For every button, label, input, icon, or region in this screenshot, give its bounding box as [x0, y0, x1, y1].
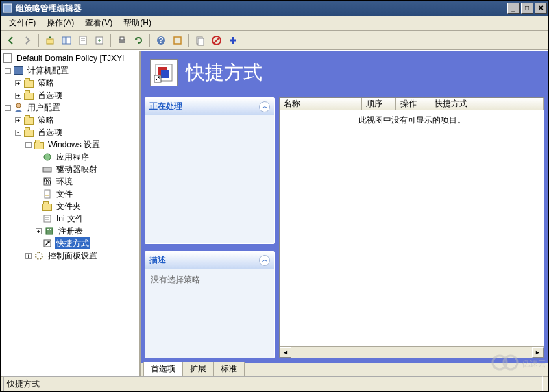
- minimize-button[interactable]: _: [507, 3, 520, 14]
- menu-action[interactable]: 操作(A): [41, 16, 80, 30]
- tree-registry[interactable]: + 注册表: [2, 225, 138, 237]
- expander-icon[interactable]: +: [25, 253, 32, 259]
- folder-icon: [42, 201, 53, 212]
- scroll-left-button[interactable]: ◄: [280, 347, 291, 358]
- tree-files[interactable]: 文件: [2, 188, 138, 200]
- tree-comp-policies[interactable]: + 策略: [2, 77, 138, 89]
- tree-shortcuts[interactable]: 快捷方式: [2, 237, 138, 249]
- col-name[interactable]: 名称: [280, 98, 362, 110]
- status-bar: 快捷方式: [1, 376, 548, 391]
- show-hide-button[interactable]: [59, 33, 74, 48]
- svg-point-18: [44, 154, 51, 160]
- expander-icon[interactable]: -: [5, 68, 11, 74]
- svg-rect-0: [3, 4, 12, 12]
- expander-icon[interactable]: +: [15, 80, 21, 86]
- description-header[interactable]: 描述 ︿: [145, 252, 274, 269]
- svg-point-17: [16, 103, 21, 108]
- tab-standard[interactable]: 标准: [213, 362, 245, 376]
- chevron-up-icon[interactable]: ︿: [259, 101, 270, 112]
- horizontal-scrollbar[interactable]: ◄ ►: [280, 346, 544, 358]
- empty-message: 此视图中没有可显示的项目。: [280, 110, 544, 126]
- toolbar-separator: [188, 34, 189, 47]
- stop-button[interactable]: [209, 33, 224, 48]
- col-action[interactable]: 操作: [396, 98, 430, 110]
- details-title: 快捷方式: [186, 60, 263, 86]
- svg-rect-32: [161, 70, 169, 78]
- svg-rect-27: [47, 229, 49, 230]
- print-button[interactable]: [114, 33, 130, 48]
- folder-icon: [23, 127, 34, 138]
- processing-title: 正在处理: [149, 101, 182, 112]
- filter-button[interactable]: [170, 33, 185, 48]
- toolbar-separator: [38, 34, 39, 47]
- list-view[interactable]: 名称 顺序 操作 快捷方式 此视图中没有可显示的项目。 ◄ ►: [279, 97, 544, 358]
- list-body: 此视图中没有可显示的项目。: [280, 110, 544, 346]
- expander-icon[interactable]: -: [5, 105, 11, 111]
- details-panel: 快捷方式 正在处理 ︿ 描述 ︿: [141, 51, 548, 376]
- expander-icon[interactable]: -: [25, 142, 32, 148]
- tree-control-panel[interactable]: + 控制面板设置: [2, 249, 138, 262]
- details-header: 快捷方式: [145, 55, 544, 93]
- folder-icon: [23, 90, 34, 101]
- tree-user-config[interactable]: - 用户配置: [2, 101, 138, 114]
- copy-button[interactable]: [193, 33, 208, 48]
- refresh-button[interactable]: [131, 33, 146, 48]
- expander-icon[interactable]: +: [36, 228, 42, 234]
- expander-icon[interactable]: -: [15, 130, 21, 136]
- tab-extended[interactable]: 扩展: [182, 362, 214, 376]
- tree-drive-maps[interactable]: 驱动器映射: [2, 163, 138, 175]
- processing-header[interactable]: 正在处理 ︿: [145, 98, 274, 115]
- policy-icon: [2, 53, 13, 64]
- export-button[interactable]: [92, 33, 107, 48]
- tree-computer-config[interactable]: - 计算机配置: [2, 64, 138, 77]
- menu-view[interactable]: 查看(V): [80, 16, 118, 30]
- menu-help[interactable]: 帮助(H): [118, 16, 157, 30]
- close-button[interactable]: ✕: [535, 3, 547, 14]
- menu-file[interactable]: 文件(F): [3, 16, 41, 30]
- scroll-right-button[interactable]: ►: [532, 347, 544, 358]
- col-order[interactable]: 顺序: [362, 98, 396, 110]
- add-button[interactable]: [225, 33, 241, 48]
- svg-rect-2: [62, 37, 66, 44]
- expander-icon[interactable]: +: [15, 93, 21, 99]
- app-icon: [2, 3, 13, 14]
- up-button[interactable]: [42, 33, 58, 48]
- tree-ini-files[interactable]: Ini 文件: [2, 212, 138, 225]
- col-target[interactable]: 快捷方式: [430, 98, 544, 110]
- forward-button[interactable]: [20, 33, 35, 48]
- tree-folders[interactable]: 文件夹: [2, 200, 138, 212]
- svg-text:%: %: [44, 177, 51, 186]
- drive-icon: [42, 164, 53, 175]
- tab-preferences[interactable]: 首选项: [143, 362, 183, 376]
- help-button[interactable]: ?: [154, 33, 169, 48]
- expander-icon[interactable]: +: [15, 117, 21, 123]
- tree-applications[interactable]: 应用程序: [2, 151, 138, 163]
- shortcut-large-icon: [150, 59, 178, 86]
- svg-rect-12: [174, 37, 181, 44]
- svg-rect-14: [198, 38, 204, 45]
- properties-button[interactable]: [75, 33, 90, 48]
- toolbar-separator: [110, 34, 111, 47]
- folder-icon: [23, 77, 34, 88]
- svg-rect-9: [120, 37, 124, 40]
- tree-root[interactable]: Default Domain Policy [TJXYI: [2, 52, 138, 64]
- tree-panel[interactable]: Default Domain Policy [TJXYI - 计算机配置 + 策…: [1, 51, 141, 376]
- folder-icon: [23, 114, 34, 125]
- env-icon: %: [42, 176, 53, 187]
- tree-comp-preferences[interactable]: + 首选项: [2, 89, 138, 101]
- chevron-up-icon[interactable]: ︿: [259, 255, 270, 266]
- control-panel-icon: [34, 250, 45, 261]
- tree-windows-settings[interactable]: - Windows 设置: [2, 138, 138, 151]
- file-icon: [42, 188, 53, 199]
- status-text: 快捷方式: [3, 376, 543, 392]
- maximize-button[interactable]: □: [521, 3, 533, 14]
- folder-icon: [34, 139, 45, 150]
- svg-rect-1: [47, 39, 53, 44]
- menu-bar: 文件(F) 操作(A) 查看(V) 帮助(H): [1, 16, 548, 31]
- description-card: 描述 ︿ 没有选择策略: [145, 251, 275, 358]
- tab-bar: 首选项 扩展 标准: [141, 363, 548, 376]
- tree-environment[interactable]: % 环境: [2, 175, 138, 188]
- back-button[interactable]: [3, 33, 19, 48]
- tree-user-preferences[interactable]: - 首选项: [2, 126, 138, 138]
- tree-user-policies[interactable]: + 策略: [2, 114, 138, 126]
